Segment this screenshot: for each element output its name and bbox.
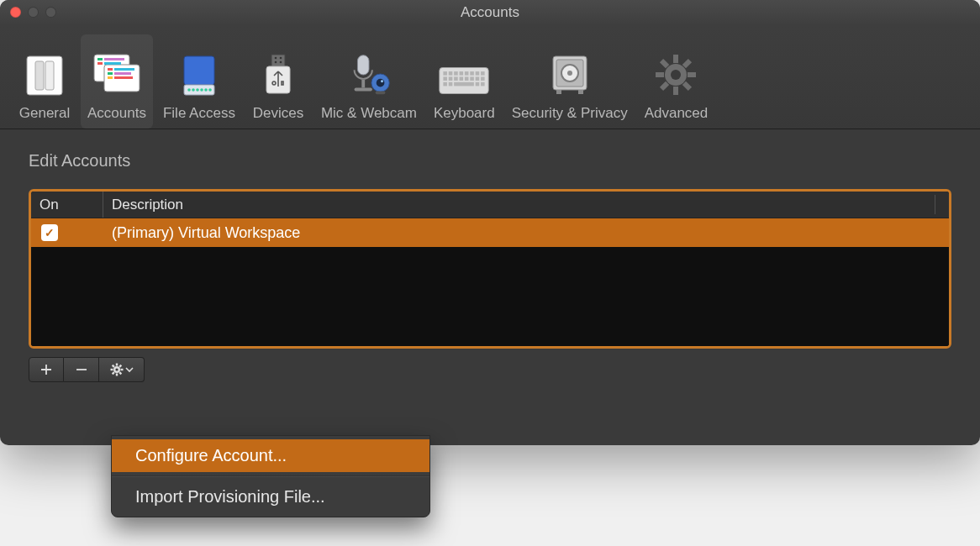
svg-rect-39 <box>454 71 458 76</box>
svg-rect-52 <box>481 76 485 81</box>
toolbar-item-file-access[interactable]: File Access <box>156 34 242 129</box>
account-actions-menu: Configure Account... Import Provisioning… <box>111 435 430 517</box>
switch-icon <box>18 50 71 98</box>
toolbar-item-general[interactable]: General <box>12 34 77 129</box>
svg-rect-5 <box>97 58 103 60</box>
svg-point-20 <box>200 88 203 92</box>
account-enabled-checkbox[interactable]: ✓ <box>41 224 58 241</box>
svg-rect-35 <box>376 91 386 94</box>
svg-rect-40 <box>460 71 464 76</box>
usb-drive-icon <box>252 50 304 98</box>
svg-rect-11 <box>114 68 134 71</box>
zoom-window-button[interactable] <box>45 7 56 18</box>
prefs-toolbar: General Accounts <box>0 25 980 129</box>
mic-webcam-icon <box>343 50 395 98</box>
svg-rect-80 <box>111 371 114 375</box>
svg-rect-2 <box>45 61 54 90</box>
account-actions-menu-button[interactable] <box>99 357 145 382</box>
svg-rect-47 <box>454 76 458 81</box>
toolbar-item-security-privacy[interactable]: Security & Privacy <box>505 34 635 129</box>
svg-rect-46 <box>449 76 453 81</box>
accounts-icon <box>91 50 143 98</box>
svg-point-17 <box>187 88 191 92</box>
remove-account-button[interactable] <box>64 357 99 382</box>
svg-rect-0 <box>27 56 62 95</box>
svg-rect-48 <box>460 76 464 81</box>
table-empty-area <box>31 247 949 346</box>
svg-rect-29 <box>357 55 369 75</box>
safe-icon <box>544 50 596 98</box>
svg-rect-77 <box>110 369 113 370</box>
svg-rect-78 <box>120 369 123 370</box>
toolbar-item-advanced[interactable]: Advanced <box>638 34 715 129</box>
toolbar-item-keyboard[interactable]: Keyboard <box>427 34 502 129</box>
svg-point-19 <box>196 88 199 92</box>
svg-rect-31 <box>354 88 371 92</box>
section-title: Edit Accounts <box>29 151 951 171</box>
svg-point-27 <box>280 61 282 64</box>
svg-rect-68 <box>688 72 696 77</box>
svg-rect-69 <box>682 59 692 68</box>
svg-rect-8 <box>104 62 121 65</box>
svg-point-33 <box>377 79 385 87</box>
svg-rect-42 <box>471 71 475 76</box>
table-actions <box>29 357 951 382</box>
keyboard-icon <box>438 50 490 98</box>
column-header-description[interactable]: Description <box>103 192 949 218</box>
svg-point-26 <box>275 61 277 64</box>
svg-point-22 <box>208 88 212 92</box>
svg-rect-62 <box>556 90 561 94</box>
svg-point-25 <box>280 57 282 60</box>
svg-rect-6 <box>97 62 103 65</box>
svg-rect-75 <box>115 364 117 366</box>
svg-rect-63 <box>578 90 583 94</box>
svg-point-24 <box>275 57 277 60</box>
svg-rect-1 <box>35 61 44 90</box>
svg-rect-44 <box>481 71 485 76</box>
svg-rect-50 <box>471 76 475 81</box>
svg-rect-79 <box>119 365 122 368</box>
svg-rect-49 <box>465 76 469 81</box>
svg-rect-45 <box>444 76 448 81</box>
svg-rect-7 <box>104 58 124 60</box>
menu-item-configure-account[interactable]: Configure Account... <box>112 439 429 472</box>
svg-point-34 <box>381 80 383 82</box>
svg-rect-38 <box>449 71 453 76</box>
table-header: On Description <box>31 192 949 218</box>
drive-icon <box>173 50 225 98</box>
gear-icon <box>650 50 702 98</box>
column-header-on[interactable]: On <box>31 192 103 218</box>
gear-small-icon <box>110 363 124 376</box>
svg-rect-23 <box>271 55 285 66</box>
table-row[interactable]: ✓ (Primary) Virtual Workspace <box>31 218 949 247</box>
window-controls <box>10 7 56 18</box>
svg-rect-41 <box>465 71 469 76</box>
menu-item-import-provisioning-file[interactable]: Import Provisioning File... <box>112 480 429 513</box>
toolbar-item-mic-webcam[interactable]: Mic & Webcam <box>314 34 424 129</box>
toolbar-item-accounts[interactable]: Accounts <box>81 34 153 129</box>
menu-separator <box>112 475 429 477</box>
toolbar-item-devices[interactable]: Devices <box>245 34 311 129</box>
svg-rect-72 <box>682 81 692 91</box>
svg-rect-54 <box>449 82 453 87</box>
svg-rect-14 <box>114 76 133 79</box>
svg-rect-71 <box>660 59 669 68</box>
minimize-window-button[interactable] <box>28 7 39 18</box>
window-title: Accounts <box>10 4 970 21</box>
svg-rect-10 <box>108 72 113 75</box>
chevron-down-icon <box>125 365 134 374</box>
svg-rect-76 <box>115 374 117 376</box>
titlebar: Accounts <box>0 0 980 25</box>
svg-point-83 <box>115 368 118 370</box>
close-window-button[interactable] <box>10 7 21 18</box>
svg-rect-9 <box>108 68 113 71</box>
preferences-window: Accounts General <box>0 0 980 445</box>
svg-rect-37 <box>444 71 448 76</box>
svg-rect-53 <box>444 82 448 87</box>
svg-rect-13 <box>108 76 113 79</box>
accounts-table: On Description ✓ (Primary) Virtual Works… <box>29 189 951 349</box>
svg-rect-30 <box>361 80 365 88</box>
svg-rect-57 <box>481 82 485 87</box>
svg-rect-65 <box>673 55 678 63</box>
add-account-button[interactable] <box>29 357 64 382</box>
